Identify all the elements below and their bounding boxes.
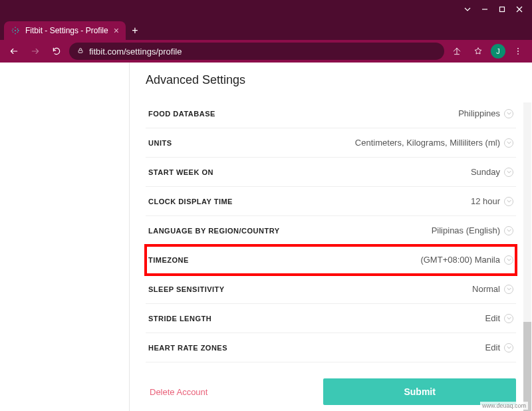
svg-rect-1 [500, 7, 505, 12]
address-bar[interactable]: fitbit.com/settings/profile [69, 43, 444, 60]
svg-point-16 [517, 53, 519, 55]
svg-point-6 [15, 33, 16, 35]
chevron-down-icon [504, 226, 513, 235]
row-value: 12 hour [471, 196, 513, 206]
reload-button[interactable] [48, 43, 65, 60]
row-units[interactable]: UNITS Centimeters, Kilograms, Milliliter… [146, 128, 516, 158]
row-value: Sunday [471, 167, 513, 177]
watermark: www.deuaq.com [480, 402, 528, 410]
delete-account-link[interactable]: Delete Account [146, 379, 310, 405]
row-label: FOOD DATABASE [148, 110, 215, 118]
browser-tab-active[interactable]: Fitbit - Settings - Profile × [4, 21, 126, 40]
share-icon[interactable] [448, 43, 466, 60]
lock-icon [77, 47, 84, 55]
window-maximize-button[interactable] [493, 3, 511, 16]
row-value: Centimeters, Kilograms, Milliliters (ml) [355, 138, 513, 148]
row-label: TIMEZONE [148, 256, 189, 264]
tab-title: Fitbit - Settings - Profile [25, 26, 108, 35]
chevron-down-icon [504, 314, 513, 323]
row-label: CLOCK DISPLAY TIME [148, 198, 233, 206]
profile-avatar[interactable]: J [491, 44, 505, 59]
row-label: UNITS [148, 139, 172, 147]
chevron-down-icon [504, 138, 513, 148]
row-timezone[interactable]: TIMEZONE (GMT+08:00) Manila [146, 245, 516, 275]
row-label: START WEEK ON [148, 168, 213, 176]
forward-button[interactable] [27, 43, 44, 60]
svg-point-14 [517, 48, 519, 49]
row-label: LANGUAGE BY REGION/COUNTRY [148, 227, 280, 235]
row-language[interactable]: LANGUAGE BY REGION/COUNTRY Pilipinas (En… [146, 216, 516, 245]
svg-point-8 [13, 32, 14, 33]
row-sleep-sensitivity[interactable]: SLEEP SENSITIVITY Normal [146, 275, 516, 304]
chevron-down-icon [504, 168, 513, 177]
row-label: HEART RATE ZONES [148, 344, 227, 352]
window-titlebar [0, 0, 532, 19]
page-content: Advanced Settings FOOD DATABASE Philippi… [0, 63, 532, 411]
row-start-week[interactable]: START WEEK ON Sunday [146, 158, 516, 187]
row-heart-rate-zones[interactable]: HEART RATE ZONES Edit [146, 333, 516, 362]
window-minimize-button[interactable] [476, 3, 493, 16]
svg-point-15 [517, 51, 519, 52]
fitbit-favicon-icon [11, 26, 20, 35]
row-food-database[interactable]: FOOD DATABASE Philippines [146, 99, 516, 128]
browser-toolbar: fitbit.com/settings/profile J [0, 40, 532, 63]
chevron-down-icon [504, 109, 513, 118]
svg-point-5 [15, 30, 16, 31]
row-stride-length[interactable]: STRIDE LENGTH Edit [146, 304, 516, 333]
back-button[interactable] [5, 43, 23, 60]
scrollbar-thumb[interactable] [523, 322, 531, 411]
window-dropdown-icon[interactable] [459, 3, 476, 16]
row-value: Pilipinas (English) [432, 225, 513, 235]
chevron-down-icon [504, 255, 513, 265]
chevron-down-icon [504, 197, 513, 206]
svg-point-4 [15, 27, 16, 29]
settings-panel: Advanced Settings FOOD DATABASE Philippi… [130, 63, 532, 411]
svg-point-10 [17, 31, 19, 33]
browser-tabbar: Fitbit - Settings - Profile × + [0, 19, 532, 40]
actions-row: Delete Account Submit [146, 378, 516, 405]
new-tab-button[interactable]: + [126, 21, 144, 40]
chevron-down-icon [504, 285, 513, 294]
row-value: Edit [485, 313, 513, 323]
svg-rect-13 [78, 51, 82, 53]
svg-point-11 [18, 30, 19, 31]
row-value: (GMT+08:00) Manila [420, 255, 513, 265]
row-value: Edit [485, 342, 513, 352]
row-value: Philippines [458, 108, 513, 118]
row-label: STRIDE LENGTH [148, 315, 211, 323]
row-value: Normal [472, 284, 513, 294]
left-sidebar [0, 63, 130, 411]
tab-close-icon[interactable]: × [114, 26, 119, 35]
section-title: Advanced Settings [146, 73, 516, 87]
window-close-button[interactable] [511, 3, 528, 16]
svg-point-7 [13, 29, 14, 30]
url-text: fitbit.com/settings/profile [89, 47, 182, 57]
bookmark-star-icon[interactable] [469, 43, 487, 60]
chevron-down-icon [504, 343, 513, 352]
svg-point-12 [12, 30, 13, 31]
browser-menu-icon[interactable] [509, 43, 527, 60]
submit-button[interactable]: Submit [323, 378, 516, 405]
row-clock-display[interactable]: CLOCK DISPLAY TIME 12 hour [146, 187, 516, 216]
svg-point-9 [17, 29, 19, 30]
row-label: SLEEP SENSITIVITY [148, 285, 225, 293]
